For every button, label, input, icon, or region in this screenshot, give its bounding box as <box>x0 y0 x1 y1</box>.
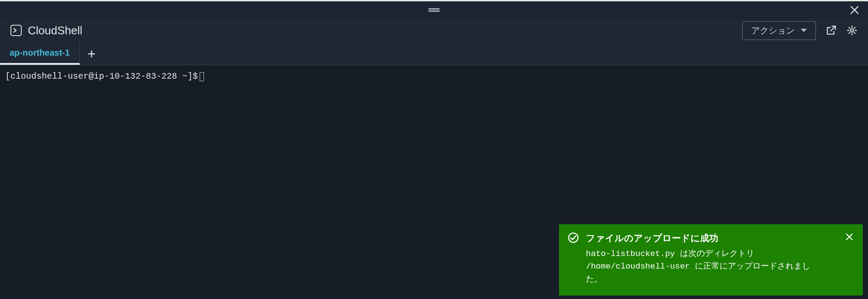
toast-title: ファイルのアップロードに成功 <box>586 232 838 244</box>
actions-label: アクション <box>751 25 795 37</box>
add-tab-button[interactable] <box>80 43 103 65</box>
open-new-tab-button[interactable] <box>825 25 837 36</box>
external-link-icon <box>825 25 837 36</box>
tab-label: ap-northeast-1 <box>10 48 70 58</box>
terminal-line: [cloudshell-user@ip-10-132-83-228 ~]$ <box>5 71 863 81</box>
actions-dropdown[interactable]: アクション <box>742 21 816 40</box>
plus-icon <box>86 49 97 59</box>
tab-ap-northeast-1[interactable]: ap-northeast-1 <box>0 43 80 65</box>
cursor-icon <box>200 72 204 81</box>
drag-handle-icon <box>428 8 440 12</box>
toast-message: hato-listbucket.py は次のディレクトリ /home/cloud… <box>586 248 820 286</box>
chevron-down-icon <box>801 29 807 32</box>
header: CloudShell アクション <box>0 18 868 43</box>
close-icon <box>845 232 854 242</box>
terminal[interactable]: [cloudshell-user@ip-10-132-83-228 ~]$ ファ… <box>0 65 868 299</box>
app-title: CloudShell <box>28 24 82 37</box>
tab-bar: ap-northeast-1 <box>0 43 868 65</box>
cloudshell-icon <box>10 25 22 36</box>
terminal-prompt: [cloudshell-user@ip-10-132-83-228 ~]$ <box>5 71 198 81</box>
panel-drag-bar[interactable] <box>0 1 868 18</box>
close-panel-button[interactable] <box>849 4 860 16</box>
toast-body: ファイルのアップロードに成功 hato-listbucket.py は次のディレ… <box>586 232 838 286</box>
svg-point-2 <box>851 29 854 32</box>
toast-close-button[interactable] <box>845 232 854 286</box>
header-actions: アクション <box>742 21 858 40</box>
logo: CloudShell <box>10 24 82 37</box>
upload-success-toast: ファイルのアップロードに成功 hato-listbucket.py は次のディレ… <box>559 224 863 296</box>
svg-point-5 <box>569 233 578 243</box>
gear-icon <box>846 25 858 36</box>
settings-button[interactable] <box>846 25 858 36</box>
close-icon <box>849 4 860 16</box>
success-icon <box>568 232 579 286</box>
